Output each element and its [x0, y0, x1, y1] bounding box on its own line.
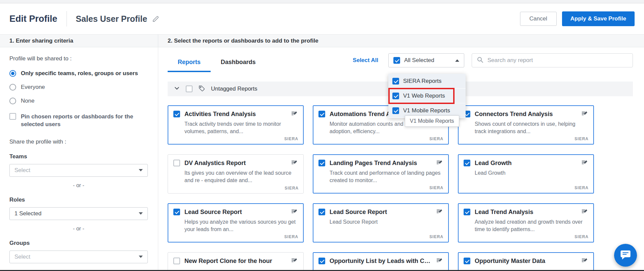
- report-card-header: Lead Source Report: [318, 208, 443, 216]
- step-bar: 1. Enter sharing criteria 2. Select the …: [0, 35, 644, 47]
- report-checkbox[interactable]: [464, 209, 470, 215]
- report-card[interactable]: Connectors Trend Analysis Shows count of…: [458, 105, 594, 145]
- filter-value: All Selected: [404, 57, 451, 64]
- radio-icon[interactable]: [9, 70, 16, 77]
- tab[interactable]: Reports: [168, 53, 211, 72]
- report-card[interactable]: Landing Pages Trend Analysis Track count…: [313, 154, 449, 194]
- filter-dropdown-button[interactable]: All Selected: [388, 53, 464, 67]
- filter-option[interactable]: V1 Web Reports: [388, 89, 466, 103]
- report-card[interactable]: Opportunity List by Leads with Cus...: [313, 252, 449, 271]
- report-description: Track count and performance of landing p…: [330, 169, 443, 184]
- radio-icon[interactable]: [9, 98, 16, 104]
- report-checkbox[interactable]: [173, 111, 180, 117]
- share-to-radio-group: Only specific teams, roles, groups or us…: [9, 70, 148, 104]
- edit-pencil-icon[interactable]: [152, 15, 160, 23]
- report-edit-icon[interactable]: [581, 208, 588, 216]
- report-checkbox[interactable]: [464, 160, 470, 166]
- report-description: Analyze lead creation and growth trends …: [475, 218, 588, 233]
- report-card[interactable]: Opportunity Master Data: [458, 252, 594, 271]
- select-dropdown[interactable]: Select: [9, 164, 148, 177]
- report-card[interactable]: Lead Source Report Helps you analyze the…: [168, 203, 304, 242]
- report-title: Lead Growth: [475, 160, 576, 167]
- report-checkbox[interactable]: [318, 258, 325, 264]
- report-card-header: Activities Trend Analysis: [173, 110, 298, 118]
- filter-all-checkbox[interactable]: [393, 57, 400, 64]
- step2-header: 2. Select the reports or dashboards to a…: [158, 35, 644, 47]
- report-edit-icon[interactable]: [291, 257, 298, 265]
- radio-option-label: Only specific teams, roles, groups or us…: [21, 70, 138, 77]
- reports-toolbar: Reports Dashboards Select All All Select…: [168, 53, 633, 72]
- select-value: Select: [14, 254, 30, 260]
- select-dropdown[interactable]: 1 Selected: [9, 207, 148, 220]
- radio-option[interactable]: None: [9, 98, 148, 104]
- report-title: Opportunity List by Leads with Cus...: [330, 258, 431, 265]
- report-checkbox[interactable]: [173, 209, 180, 215]
- report-card-header: Lead Growth: [464, 159, 588, 167]
- report-card-header: Landing Pages Trend Analysis: [318, 159, 443, 167]
- filter-option-label: SIERA Reports: [403, 78, 441, 85]
- select-dropdown[interactable]: Select: [9, 251, 148, 263]
- report-edit-icon[interactable]: [291, 159, 298, 167]
- report-source-badge: SIERA: [429, 185, 443, 190]
- tab[interactable]: Dashboards: [211, 53, 266, 72]
- chat-launcher-button[interactable]: [614, 244, 637, 267]
- report-title: Activities Trend Analysis: [184, 111, 286, 118]
- report-card[interactable]: Activities Trend Analysis Track activity…: [168, 105, 304, 145]
- report-card[interactable]: New Report Clone for the hour: [168, 252, 304, 271]
- search-icon: [477, 56, 483, 64]
- report-checkbox[interactable]: [173, 258, 180, 264]
- report-checkbox[interactable]: [318, 209, 325, 215]
- report-checkbox[interactable]: [318, 111, 325, 117]
- select-value: Select: [14, 167, 30, 174]
- group-select-checkbox[interactable]: [186, 86, 192, 92]
- report-card-header: New Report Clone for the hour: [173, 257, 298, 265]
- report-edit-icon[interactable]: [436, 159, 443, 167]
- report-search: [472, 53, 633, 67]
- report-description: Helps you analyze the various sources yo…: [184, 218, 298, 233]
- radio-option-label: Everyone: [21, 84, 45, 91]
- report-checkbox[interactable]: [464, 258, 470, 264]
- share-to-label: Profile will be shared to :: [9, 55, 148, 62]
- report-card[interactable]: Lead Growth Lead Growth SIERA: [458, 154, 594, 194]
- report-description: Shows count of connectors in use, helpin…: [475, 120, 588, 135]
- apply-save-profile-button[interactable]: Apply & Save Profile: [562, 11, 635, 26]
- report-card-header: Lead Source Report: [173, 208, 298, 216]
- cancel-button[interactable]: Cancel: [520, 12, 557, 26]
- share-field: Groups Select - or -: [9, 240, 148, 271]
- collapse-chevron-icon[interactable]: [174, 85, 180, 93]
- report-edit-icon[interactable]: [291, 110, 298, 118]
- report-edit-icon[interactable]: [581, 110, 588, 118]
- report-card[interactable]: Lead Trend Analysis Analyze lead creatio…: [458, 203, 594, 242]
- pin-checkbox[interactable]: [9, 113, 16, 120]
- step1-label: 1. Enter sharing criteria: [9, 38, 73, 44]
- page-title: Edit Profile: [9, 14, 57, 24]
- filter-option-checkbox[interactable]: [392, 107, 399, 114]
- report-card-header: Connectors Trend Analysis: [464, 110, 588, 118]
- filter-option-checkbox[interactable]: [392, 78, 399, 85]
- report-card[interactable]: DV Analystics Report Its gives you can o…: [168, 154, 304, 194]
- report-description: Lead Source Report: [330, 218, 443, 226]
- header: Edit Profile Sales User Profile Cancel A…: [0, 3, 644, 35]
- report-checkbox[interactable]: [318, 160, 325, 166]
- select-all-link[interactable]: Select All: [353, 53, 378, 67]
- filter-option[interactable]: SIERA Reports: [388, 74, 466, 89]
- share-with-fields: Teams Select - or - Roles 1 Selected: [9, 153, 148, 271]
- report-edit-icon[interactable]: [581, 159, 588, 167]
- radio-icon[interactable]: [9, 84, 16, 91]
- pin-reports-option[interactable]: Pin chosen reports or dashboards for the…: [9, 113, 148, 128]
- report-edit-icon[interactable]: [291, 208, 298, 216]
- report-edit-icon[interactable]: [581, 257, 588, 265]
- report-card[interactable]: Lead Source Report Lead Source Report SI…: [313, 203, 449, 242]
- report-checkbox[interactable]: [173, 160, 180, 166]
- step2-label: 2. Select the reports or dashboards to a…: [168, 38, 318, 44]
- report-edit-icon[interactable]: [436, 257, 443, 265]
- radio-option[interactable]: Only specific teams, roles, groups or us…: [9, 70, 148, 77]
- report-source-badge: SIERA: [574, 234, 589, 239]
- tabs: Reports Dashboards: [168, 53, 266, 72]
- report-description: Lead Growth: [475, 169, 588, 177]
- report-card-header: Opportunity Master Data: [464, 257, 588, 265]
- search-input[interactable]: [487, 57, 628, 64]
- radio-option[interactable]: Everyone: [9, 84, 148, 91]
- filter-option-checkbox[interactable]: [392, 93, 399, 99]
- report-edit-icon[interactable]: [436, 208, 443, 216]
